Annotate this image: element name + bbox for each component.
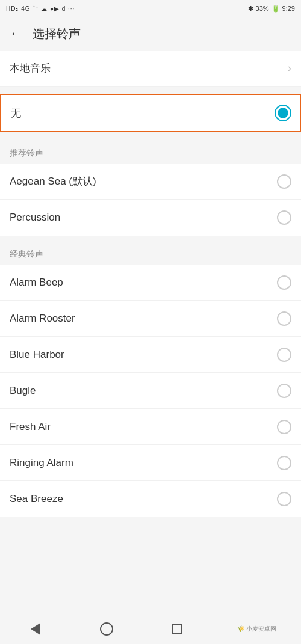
recent-square-icon <box>172 624 182 634</box>
back-button[interactable]: ← <box>10 26 23 41</box>
radio-selected-icon <box>276 106 290 120</box>
ringtone-name: Percussion <box>10 212 60 224</box>
watermark-text: 小麦安卓网 <box>246 625 276 633</box>
radio-empty-icon <box>277 348 291 362</box>
content-area: 本地音乐 › 无 推荐铃声 Aegean Sea (默认) Percussion… <box>0 51 301 644</box>
watermark: 🌾 小麦安卓网 <box>237 625 276 633</box>
section-label-recommended: 推荐铃声 <box>0 140 301 164</box>
battery-percent: 33% <box>256 5 269 12</box>
chevron-right-icon: › <box>288 62 291 75</box>
list-item[interactable]: Percussion <box>0 200 301 236</box>
radio-empty-icon <box>277 311 291 326</box>
classic-list: Alarm Beep Alarm Rooster Blue Harbor Bug… <box>0 265 301 517</box>
status-bar-right: ✱ 33% 🔋 9:29 <box>248 5 295 13</box>
ringtone-name: Fresh Air <box>10 421 51 433</box>
list-item-blue-harbor[interactable]: Blue Harbor <box>0 337 301 373</box>
bottom-navigation: 🌾 小麦安卓网 <box>0 613 301 644</box>
page-title: 选择铃声 <box>33 26 81 42</box>
nav-recent-button[interactable] <box>166 618 188 640</box>
divider-2 <box>0 135 301 140</box>
local-music-item[interactable]: 本地音乐 › <box>0 51 301 87</box>
ringtone-name: Sea Breeze <box>10 493 63 505</box>
divider-1 <box>0 87 301 91</box>
header: ← 选择铃声 <box>0 17 301 51</box>
radio-empty-icon <box>277 456 291 470</box>
ringtone-name: Blue Harbor <box>10 349 64 361</box>
recommended-list: Aegean Sea (默认) Percussion <box>0 164 301 236</box>
list-item[interactable]: Aegean Sea (默认) <box>0 164 301 200</box>
bluetooth-icon: ✱ <box>248 5 253 13</box>
radio-empty-icon <box>277 174 291 189</box>
local-music-label: 本地音乐 <box>10 61 51 75</box>
ringtone-name: Ringing Alarm <box>10 457 73 469</box>
back-triangle-icon <box>31 623 40 635</box>
radio-empty-icon <box>277 420 291 434</box>
battery-icon: 🔋 <box>272 5 280 13</box>
radio-empty-icon <box>277 492 291 506</box>
list-item[interactable]: Alarm Rooster <box>0 301 301 337</box>
status-bar: HD₂ 4G ↑↓ ☁ ●▶ d ··· ✱ 33% 🔋 9:29 <box>0 0 301 17</box>
no-ringtone-item[interactable]: 无 <box>1 95 300 131</box>
list-item[interactable]: Fresh Air <box>0 409 301 445</box>
nav-home-button[interactable] <box>96 618 117 640</box>
radio-empty-icon <box>277 275 291 290</box>
watermark-icon: 🌾 <box>237 625 244 632</box>
ringtone-name: Alarm Rooster <box>10 313 75 325</box>
list-item[interactable]: Alarm Beep <box>0 265 301 301</box>
network-icons: HD₂ 4G ↑↓ ☁ ●▶ d ··· <box>6 4 75 12</box>
list-item[interactable]: Ringing Alarm <box>0 445 301 481</box>
nav-back-button[interactable] <box>25 618 46 640</box>
radio-empty-icon <box>277 210 291 225</box>
no-ringtone-container[interactable]: 无 <box>0 94 301 132</box>
list-item[interactable]: Sea Breeze <box>0 481 301 517</box>
clock: 9:29 <box>282 5 295 12</box>
section-label-classic: 经典铃声 <box>0 241 301 265</box>
ringtone-name: Alarm Beep <box>10 277 63 289</box>
divider-3 <box>0 236 301 241</box>
home-circle-icon <box>100 622 113 636</box>
radio-empty-icon <box>277 384 291 398</box>
ringtone-name: Aegean Sea (默认) <box>10 174 96 188</box>
ringtone-name: Bugle <box>10 385 36 397</box>
status-bar-left: HD₂ 4G ↑↓ ☁ ●▶ d ··· <box>6 4 75 12</box>
list-item[interactable]: Bugle <box>0 373 301 409</box>
no-ringtone-label: 无 <box>11 106 21 120</box>
